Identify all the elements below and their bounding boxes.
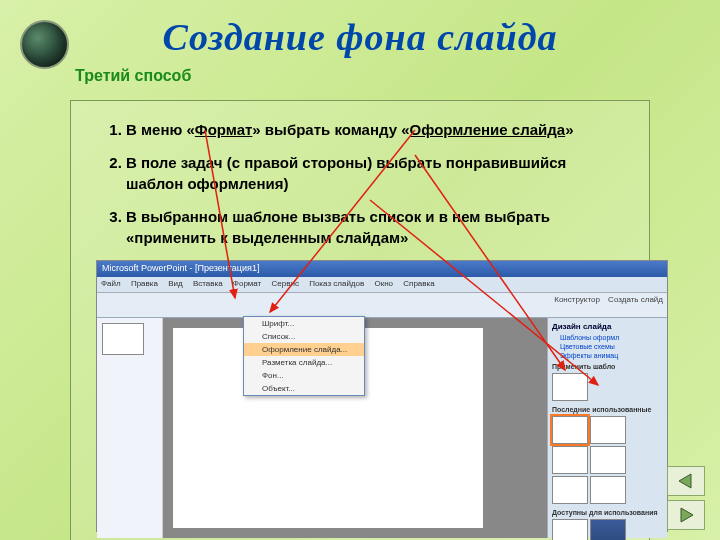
pane-link-templates[interactable]: Шаблоны оформл: [550, 333, 665, 342]
pane-avail-label: Доступны для использования: [550, 506, 665, 517]
dropdown-background[interactable]: Фон...: [244, 369, 364, 382]
pane-recent-label: Последние использованные: [550, 403, 665, 414]
template-thumb[interactable]: [590, 416, 626, 444]
thumb-1[interactable]: [102, 323, 144, 355]
menu-insert[interactable]: Вставка: [193, 279, 223, 288]
template-thumb[interactable]: [590, 519, 626, 540]
menu-help[interactable]: Справка: [403, 279, 434, 288]
nav-prev-button[interactable]: [667, 466, 705, 496]
task-pane: Дизайн слайда Шаблоны оформл Цветовые сх…: [547, 318, 667, 538]
menu-service[interactable]: Сервис: [272, 279, 299, 288]
template-thumb[interactable]: [552, 446, 588, 474]
templates-avail: [550, 517, 665, 540]
step-2: В поле задач (с правой стороны) выбрать …: [126, 152, 624, 194]
pane-link-anim[interactable]: Эффекты анимац: [550, 351, 665, 360]
steps-list: В меню «Формат» выбрать команду «Оформле…: [96, 119, 624, 248]
dropdown-layout[interactable]: Разметка слайда...: [244, 356, 364, 369]
dropdown-object[interactable]: Объект...: [244, 382, 364, 395]
globe-icon: [20, 20, 69, 69]
templates-current: [550, 371, 665, 403]
header: Создание фона слайда: [0, 0, 720, 59]
slide-area: Шрифт... Список... Оформление слайда... …: [163, 318, 547, 538]
template-thumb[interactable]: [552, 416, 588, 444]
content-box: В меню «Формат» выбрать команду «Оформле…: [70, 100, 650, 540]
dropdown-font[interactable]: Шрифт...: [244, 317, 364, 330]
menu-file[interactable]: Файл: [101, 279, 121, 288]
window-title: Microsoft PowerPoint - [Презентация1]: [97, 261, 667, 277]
format-dropdown: Шрифт... Список... Оформление слайда... …: [243, 316, 365, 396]
menu-window[interactable]: Окно: [374, 279, 393, 288]
templates-recent: [550, 414, 665, 506]
nav-next-button[interactable]: [667, 500, 705, 530]
slide-thumbs: [97, 318, 163, 538]
template-thumb[interactable]: [552, 373, 588, 401]
template-thumb[interactable]: [590, 476, 626, 504]
step-3: В выбранном шаблоне вызвать список и в н…: [126, 206, 624, 248]
dropdown-design[interactable]: Оформление слайда...: [244, 343, 364, 356]
toolbar: Конструктор Создать слайд: [97, 293, 667, 318]
toolbar-constructor[interactable]: Конструктор: [554, 295, 600, 304]
menu-view[interactable]: Вид: [168, 279, 182, 288]
pane-title: Дизайн слайда: [550, 320, 665, 333]
toolbar-newslide[interactable]: Создать слайд: [608, 295, 663, 304]
triangle-right-icon: [677, 507, 695, 523]
template-thumb[interactable]: [590, 446, 626, 474]
nav-buttons: [667, 462, 705, 530]
app-body: Шрифт... Список... Оформление слайда... …: [97, 318, 667, 538]
menubar: Файл Правка Вид Вставка Формат Сервис По…: [97, 277, 667, 293]
subtitle: Третий способ: [75, 67, 720, 85]
step-1: В меню «Формат» выбрать команду «Оформле…: [126, 119, 624, 140]
menu-slideshow[interactable]: Показ слайдов: [309, 279, 364, 288]
menu-edit[interactable]: Правка: [131, 279, 158, 288]
dropdown-list[interactable]: Список...: [244, 330, 364, 343]
template-thumb[interactable]: [552, 519, 588, 540]
template-thumb[interactable]: [552, 476, 588, 504]
menu-format[interactable]: Формат: [233, 279, 261, 288]
triangle-left-icon: [677, 473, 695, 489]
app-screenshot: Microsoft PowerPoint - [Презентация1] Фа…: [96, 260, 668, 532]
pane-apply-label: Применить шабло: [550, 360, 665, 371]
page-title: Создание фона слайда: [162, 16, 557, 58]
pane-link-colors[interactable]: Цветовые схемы: [550, 342, 665, 351]
